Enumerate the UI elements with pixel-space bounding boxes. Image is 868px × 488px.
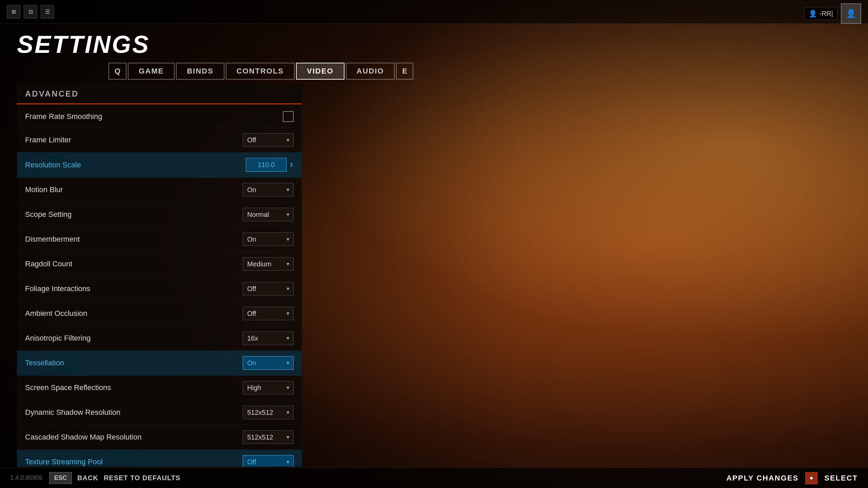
- user-icon: 👤: [809, 9, 817, 18]
- version-text: 1.4.0.85905: [10, 474, 42, 482]
- dropdown-ragdoll-count[interactable]: Medium Low High: [243, 257, 294, 271]
- page-title: SETTINGS: [17, 30, 150, 58]
- setting-row-resolution-scale: Resolution Scale ⇕: [17, 152, 302, 178]
- tab-binds[interactable]: BINDS: [176, 63, 224, 80]
- esc-key[interactable]: ESC: [49, 472, 72, 484]
- tab-video[interactable]: VIDEO: [296, 63, 344, 80]
- select-label[interactable]: SELECT: [824, 474, 858, 483]
- label-anisotropic-filtering: Anisotropic Filtering: [25, 334, 91, 343]
- control-dismemberment: On Off ▼: [239, 232, 294, 246]
- label-resolution-scale: Resolution Scale: [25, 161, 81, 169]
- tab-q[interactable]: Q: [108, 63, 126, 80]
- dropdown-wrapper-tessellation: On Off ▼: [243, 356, 294, 370]
- label-dynamic-shadow-resolution: Dynamic Shadow Resolution: [25, 408, 120, 417]
- setting-row-cascaded-shadow-map: Cascaded Shadow Map Resolution 512x512 1…: [17, 425, 302, 450]
- tab-audio[interactable]: AUDIO: [346, 63, 395, 80]
- setting-row-anisotropic-filtering: Anisotropic Filtering 16x 8x 4x 2x ▼: [17, 326, 302, 351]
- select-icon: ●: [805, 472, 817, 484]
- dropdown-wrapper-foliage: Off On ▼: [243, 282, 294, 296]
- dropdown-wrapper-frame-limiter: Off 30 60 120 ▼: [243, 133, 294, 147]
- dropdown-tessellation[interactable]: On Off: [243, 356, 294, 370]
- dropdown-texture-streaming-pool[interactable]: Off On: [243, 455, 294, 467]
- steam-icons-group: ⊞ ⊟ ☰: [7, 5, 54, 19]
- setting-row-dismemberment: Dismemberment On Off ▼: [17, 227, 302, 252]
- bottom-actions-left: ESC BACK RESET TO DEFAULTS: [49, 472, 180, 484]
- controller-icon[interactable]: ⊟: [24, 5, 37, 19]
- label-foliage-interactions: Foliage Interactions: [25, 284, 90, 293]
- label-texture-streaming-pool: Texture Streaming Pool: [25, 458, 103, 466]
- label-frame-rate-smoothing: Frame Rate Smoothing: [25, 112, 102, 121]
- setting-row-tessellation: Tessellation On Off ▼: [17, 351, 302, 375]
- steam-icon[interactable]: ⊞: [7, 5, 20, 19]
- apply-changes-button[interactable]: APPLY CHANGES: [726, 474, 798, 483]
- control-anisotropic-filtering: 16x 8x 4x 2x ▼: [239, 331, 294, 345]
- dropdown-wrapper-csm: 512x512 1024x1024 256x256 ▼: [243, 430, 294, 444]
- section-divider: [17, 103, 302, 104]
- settings-panel: ADVANCED Frame Rate Smoothing Frame Limi…: [17, 83, 302, 468]
- setting-row-screen-space-reflections: Screen Space Reflections High Medium Low…: [17, 375, 302, 400]
- control-cascaded-shadow-map: 512x512 1024x1024 256x256 ▼: [239, 430, 294, 444]
- dropdown-ambient-occlusion[interactable]: Off On: [243, 307, 294, 320]
- nav-tabs: Q GAME BINDS CONTROLS VIDEO AUDIO E: [108, 63, 415, 80]
- dropdown-wrapper-motion-blur: On Off ▼: [243, 183, 294, 197]
- user-avatar[interactable]: 👤: [841, 3, 861, 24]
- control-resolution-scale: ⇕: [239, 158, 294, 172]
- dropdown-wrapper-ambient-occlusion: Off On ▼: [243, 307, 294, 320]
- menu-icon[interactable]: ☰: [41, 5, 54, 19]
- dropdown-wrapper-tsp: Off On ▼: [243, 455, 294, 467]
- label-ragdoll-count: Ragdoll Count: [25, 260, 72, 268]
- reset-defaults-button[interactable]: RESET TO DEFAULTS: [104, 474, 180, 482]
- setting-row-foliage-interactions: Foliage Interactions Off On ▼: [17, 277, 302, 301]
- back-button[interactable]: BACK: [77, 474, 98, 482]
- bottom-bar: 1.4.0.85905 ESC BACK RESET TO DEFAULTS A…: [0, 468, 868, 488]
- label-motion-blur: Motion Blur: [25, 185, 63, 194]
- dropdown-anisotropic-filtering[interactable]: 16x 8x 4x 2x: [243, 331, 294, 345]
- dropdown-foliage-interactions[interactable]: Off On: [243, 282, 294, 296]
- input-resolution-scale[interactable]: [246, 158, 287, 172]
- dropdown-screen-space-reflections[interactable]: High Medium Low Off: [243, 381, 294, 394]
- dropdown-scope-setting[interactable]: Normal Custom: [243, 208, 294, 221]
- main-content: SETTINGS Q GAME BINDS CONTROLS VIDEO AUD…: [0, 24, 868, 488]
- dropdown-wrapper-ragdoll-count: Medium Low High ▼: [243, 257, 294, 271]
- dropdown-wrapper-anisotropic: 16x 8x 4x 2x ▼: [243, 331, 294, 345]
- section-header: ADVANCED: [17, 83, 302, 103]
- label-frame-limiter: Frame Limiter: [25, 136, 71, 144]
- control-ragdoll-count: Medium Low High ▼: [239, 257, 294, 271]
- setting-row-scope-setting: Scope Setting Normal Custom ▼: [17, 202, 302, 227]
- setting-row-texture-streaming-pool: Texture Streaming Pool Off On ▼: [17, 450, 302, 467]
- label-ambient-occlusion: Ambient Occlusion: [25, 309, 87, 318]
- control-texture-streaming-pool: Off On ▼: [239, 455, 294, 467]
- setting-row-dynamic-shadow-resolution: Dynamic Shadow Resolution 512x512 1024x1…: [17, 400, 302, 425]
- bottom-left-section: 1.4.0.85905 ESC BACK RESET TO DEFAULTS: [10, 472, 180, 484]
- dropdown-cascaded-shadow-map[interactable]: 512x512 1024x1024 256x256: [243, 430, 294, 444]
- control-ambient-occlusion: Off On ▼: [239, 307, 294, 320]
- dropdown-frame-limiter[interactable]: Off 30 60 120: [243, 133, 294, 147]
- dropdown-motion-blur[interactable]: On Off: [243, 183, 294, 197]
- label-screen-space-reflections: Screen Space Reflections: [25, 383, 111, 392]
- checkbox-frame-rate-smoothing[interactable]: [283, 111, 294, 122]
- top-bar: ⊞ ⊟ ☰: [0, 0, 868, 24]
- resolution-scale-arrows: ⇕: [289, 162, 294, 168]
- tab-game[interactable]: GAME: [128, 63, 175, 80]
- label-dismemberment: Dismemberment: [25, 235, 80, 244]
- tab-e[interactable]: E: [396, 63, 413, 80]
- dropdown-dynamic-shadow-resolution[interactable]: 512x512 1024x1024 256x256: [243, 406, 294, 419]
- control-frame-limiter: Off 30 60 120 ▼: [239, 133, 294, 147]
- label-tessellation: Tessellation: [25, 359, 64, 367]
- setting-row-frame-limiter: Frame Limiter Off 30 60 120 ▼: [17, 128, 302, 152]
- control-screen-space-reflections: High Medium Low Off ▼: [239, 381, 294, 394]
- dropdown-dismemberment[interactable]: On Off: [243, 232, 294, 246]
- control-frame-rate-smoothing: [239, 111, 294, 122]
- dropdown-wrapper-dismemberment: On Off ▼: [243, 232, 294, 246]
- setting-row-ambient-occlusion: Ambient Occlusion Off On ▼: [17, 301, 302, 326]
- settings-list[interactable]: Frame Rate Smoothing Frame Limiter Off 3…: [17, 106, 302, 467]
- setting-row-motion-blur: Motion Blur On Off ▼: [17, 178, 302, 202]
- bottom-right-section: APPLY CHANGES ● SELECT: [726, 472, 858, 484]
- dropdown-wrapper-scope-setting: Normal Custom ▼: [243, 208, 294, 221]
- tab-controls[interactable]: CONTROLS: [226, 63, 295, 80]
- dropdown-wrapper-ssr: High Medium Low Off ▼: [243, 381, 294, 394]
- user-badge[interactable]: 👤 -RR|: [804, 7, 837, 20]
- avatar-icon: 👤: [846, 9, 856, 18]
- control-motion-blur: On Off ▼: [239, 183, 294, 197]
- label-cascaded-shadow-map: Cascaded Shadow Map Resolution: [25, 433, 142, 442]
